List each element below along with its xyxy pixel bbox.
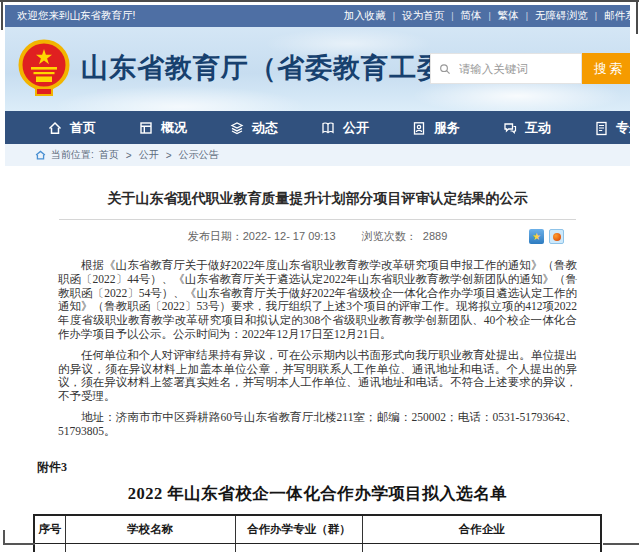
- screenshot-root: { "colors": { "topbar_blue": "#4e6fa4", …: [0, 0, 639, 552]
- link-simplified[interactable]: 简体: [460, 9, 481, 23]
- search-box[interactable]: [430, 53, 582, 84]
- attachment-table: 序号 学校名称 合作办学专业（群） 合作企业 21 青岛酒店管理职业技术学院 旅…: [33, 514, 602, 552]
- service-icon: [411, 120, 427, 136]
- nav-item-interaction[interactable]: 互动: [502, 119, 593, 137]
- photo-frame-corner-bottom-right: [603, 530, 639, 545]
- article-meta-icons: ★: [529, 229, 564, 244]
- open-book-icon: [320, 120, 336, 136]
- location-icon: [35, 150, 46, 160]
- nav-label: 动态: [252, 119, 278, 137]
- nav-label: 服务: [434, 119, 460, 137]
- page: 欢迎您来到山东省教育厅! 加入收藏 | 设为首页 | 简体 | 繁体 | 无障碍…: [5, 5, 630, 545]
- header-company: 合作企业: [363, 515, 601, 544]
- nav-item-topics[interactable]: 专题: [593, 119, 630, 137]
- link-separator: |: [488, 11, 490, 21]
- site-title: 山东省教育厅（省委教育工委）: [81, 50, 473, 86]
- link-traditional[interactable]: 繁体: [498, 9, 519, 23]
- home-icon: [47, 120, 63, 136]
- nav-label: 首页: [70, 119, 96, 137]
- paragraph-basis: 根据《山东省教育厅关于做好2022年度山东省职业教育教学改革研究项目申报工作的通…: [58, 259, 577, 342]
- interact-icon: [502, 120, 518, 136]
- breadcrumb-disclosure[interactable]: 公开: [139, 148, 159, 162]
- paragraph-address: 地址：济南市市中区舜耕路60号山东省教育厅北楼211室；邮编：250002；电话…: [58, 411, 577, 439]
- views-count: 2889: [423, 230, 447, 242]
- title-divider: [59, 219, 576, 220]
- photo-frame-tick-left: [1, 0, 3, 30]
- nav-item-home[interactable]: 首页: [47, 119, 138, 137]
- news-icon: [229, 120, 245, 136]
- header-school: 学校名称: [65, 515, 235, 544]
- topics-icon: [593, 120, 609, 136]
- nav-label: 互动: [525, 119, 551, 137]
- breadcrumb: 当前位置: 首页 > 公开 > 公示公告: [5, 144, 630, 166]
- cell-seq: 21: [34, 543, 65, 552]
- national-emblem-logo: [18, 38, 70, 98]
- header-major: 合作办学专业（群）: [235, 515, 363, 544]
- paragraph-objection: 任何单位和个人对评审结果持有异议，可在公示期内以书面形式向我厅职业教育处提出。单…: [58, 349, 577, 404]
- nav-item-services[interactable]: 服务: [411, 119, 502, 137]
- article-meta: 发布日期：2022- 12- 17 09:13浏览次数： 2889 ★: [33, 229, 602, 245]
- views-eye-icon[interactable]: [549, 229, 564, 244]
- breadcrumb-separator: >: [166, 150, 172, 161]
- nav-item-disclosure[interactable]: 公开: [320, 119, 411, 137]
- header-seq: 序号: [34, 515, 65, 544]
- top-links: 加入收藏 | 设为首页 | 简体 | 繁体 | 无障碍浏览 | 邮件系统: [344, 5, 630, 27]
- main-nav: 首页 概况 动态 公开: [5, 111, 630, 144]
- photo-frame-corner-bottom-left: [3, 530, 35, 545]
- link-separator: |: [393, 11, 395, 21]
- article-content: 关于山东省现代职业教育质量提升计划部分项目评审认定结果的公示 发布日期：2022…: [5, 166, 630, 552]
- favorite-star-icon[interactable]: ★: [529, 229, 544, 244]
- table-header-row: 序号 学校名称 合作办学专业（群） 合作企业: [34, 515, 601, 544]
- cell-school: 青岛酒店管理职业技术学院: [65, 543, 235, 552]
- nav-label: 概况: [161, 119, 187, 137]
- nav-item-overview[interactable]: 概况: [138, 119, 229, 137]
- nav-label: 专题: [616, 119, 630, 137]
- article-title: 关于山东省现代职业教育质量提升计划部分项目评审认定结果的公示: [33, 166, 602, 208]
- attachment-label: 附件3: [37, 459, 602, 476]
- nav-item-news[interactable]: 动态: [229, 119, 320, 137]
- nav-label: 公开: [343, 119, 369, 137]
- welcome-text: 欢迎您来到山东省教育厅!: [17, 9, 135, 23]
- breadcrumb-home[interactable]: 首页: [99, 148, 119, 162]
- search-button[interactable]: 搜索: [582, 53, 630, 84]
- cell-major: 旅游管理专业群: [235, 543, 363, 552]
- top-utility-bar: 欢迎您来到山东省教育厅! 加入收藏 | 设为首页 | 简体 | 繁体 | 无障碍…: [5, 5, 630, 27]
- publish-date: 2022- 12- 17 09:13: [243, 230, 336, 242]
- masthead: 山东省教育厅（省委教育工委） 搜索: [5, 27, 630, 111]
- cell-company: 青岛啤酒文化传播有限公司: [363, 543, 601, 552]
- breadcrumb-prefix: 当前位置:: [51, 148, 94, 162]
- publish-date-label: 发布日期：: [188, 230, 243, 242]
- search-icon: [439, 62, 451, 76]
- overview-icon: [138, 120, 154, 136]
- breadcrumb-separator: >: [126, 150, 132, 161]
- search-bar: 搜索: [430, 53, 630, 84]
- table-row: 21 青岛酒店管理职业技术学院 旅游管理专业群 青岛啤酒文化传播有限公司: [34, 543, 601, 552]
- link-mail-system[interactable]: 邮件系统: [604, 9, 630, 23]
- link-separator: |: [451, 11, 453, 21]
- link-set-homepage[interactable]: 设为首页: [402, 9, 444, 23]
- link-separator: |: [595, 11, 597, 21]
- eye-dot: [553, 233, 561, 241]
- breadcrumb-announcements[interactable]: 公示公告: [178, 148, 218, 162]
- photo-frame-tick-right: [636, 0, 638, 34]
- link-add-favorite[interactable]: 加入收藏: [344, 9, 386, 23]
- link-accessibility[interactable]: 无障碍浏览: [535, 9, 588, 23]
- link-separator: |: [526, 11, 528, 21]
- attachment-table-title: 2022 年山东省校企一体化合作办学项目拟入选名单: [33, 483, 602, 505]
- photo-frame-top-line: [0, 0, 639, 2]
- views-label: 浏览次数：: [362, 230, 417, 242]
- search-input[interactable]: [457, 62, 573, 76]
